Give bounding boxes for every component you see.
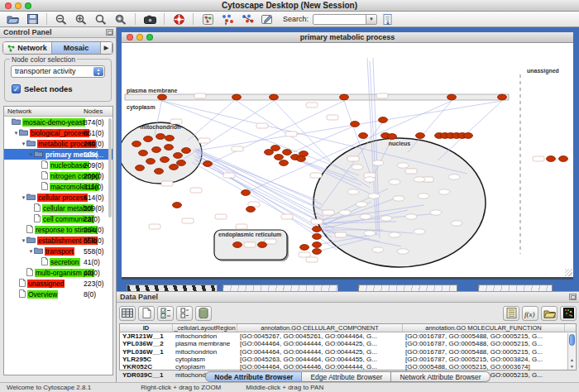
matrix-view-button[interactable]	[560, 306, 577, 321]
expander-icon[interactable]: ▼	[21, 195, 26, 200]
table-row[interactable]: YPL036W__2plasma membrane[GO:0044464, GO…	[120, 340, 576, 347]
snapshot-camera-button[interactable]	[141, 12, 159, 26]
expander-icon[interactable]: ▼	[21, 141, 26, 146]
zoom-in-button[interactable]	[72, 12, 90, 26]
column-header[interactable]: ID	[120, 324, 173, 332]
tree-row-mosaic-demo-yeast[interactable]: mosaic-demo-yeast874(0)	[4, 117, 112, 127]
svg-text:unassigned: unassigned	[527, 68, 559, 74]
unselect-attributes-button[interactable]	[176, 306, 193, 321]
table-scrollbar[interactable]: ▲ ▼	[567, 333, 575, 370]
tree-row-label: mosaic-demo-yeast	[22, 118, 85, 127]
file-icon	[41, 257, 48, 267]
zoom-selected-button[interactable]	[112, 12, 130, 26]
select-nodes-checkbox[interactable]: ✓	[12, 84, 21, 93]
tree-row-nodes-count: 8(0)	[84, 290, 96, 299]
zoom-fit-button[interactable]	[92, 12, 110, 26]
float-panel-icon[interactable]	[569, 294, 577, 300]
network-view-window[interactable]: primary metabolic process plasma membran…	[119, 30, 576, 282]
search-options-button[interactable]	[379, 12, 397, 26]
column-header[interactable]: annotation.GO CELLULAR_COMPONENT	[237, 324, 403, 332]
table-cell: plasma membrane	[173, 340, 237, 347]
tab-network[interactable]: Network	[3, 42, 52, 54]
expander-icon[interactable]: ▼	[28, 152, 34, 157]
expander-icon[interactable]: ▼	[28, 249, 34, 254]
attribute-batch-button[interactable]	[503, 306, 519, 321]
tree-row-establishment-of-lo[interactable]: ▼establishment of lo558(0)	[4, 235, 112, 246]
tree-row-cellular-process[interactable]: ▼cellular process614(0)	[4, 192, 112, 203]
function-builder-button[interactable]: f(x)	[522, 306, 538, 321]
expander-icon[interactable]: ▼	[13, 131, 19, 136]
network-window-titlebar[interactable]: primary metabolic process	[122, 32, 573, 43]
tree-row-response-to-stimulu[interactable]: response to stimulu264(0)	[4, 224, 112, 235]
tree-row-cellular-metabol[interactable]: cellular metabol209(0)	[4, 203, 112, 213]
tab-node-attribute-browser[interactable]: Node Attribute Browser	[205, 371, 302, 382]
table-row[interactable]: YJR121W__1mitochondrion[GO:0045267, GO:0…	[120, 332, 576, 340]
table-cell: mitochondrion	[173, 348, 237, 356]
file-icon	[19, 279, 26, 289]
tree-row-secretion[interactable]: secretion41(0)	[4, 256, 112, 267]
column-header[interactable]: annotation.GO MOLECULAR_FUNCTION	[403, 324, 565, 332]
scrollbar-thumb[interactable]	[569, 334, 575, 346]
layout-nodes-button[interactable]	[218, 12, 237, 26]
network-canvas[interactable]: plasma membranecytoplasmmitochondrionnuc…	[122, 43, 573, 277]
network-tree-header[interactable]: Network Nodes	[4, 107, 112, 117]
tree-row-cell-communicat[interactable]: cell communicat22(0)	[4, 213, 112, 224]
scroll-up-icon[interactable]: ▲	[568, 356, 576, 363]
float-panel-icon[interactable]	[106, 29, 113, 36]
select-attributes-button[interactable]	[157, 306, 174, 321]
node-color-dropdown[interactable]: transporter activity ▲▼	[11, 65, 105, 78]
tree-row-nodes-count: 558(0)	[84, 237, 104, 245]
column-header[interactable]: _cellularLayoutRegion	[173, 324, 237, 332]
attribute-table-header[interactable]: ID_cellularLayoutRegionannotation.GO CEL…	[120, 324, 576, 332]
background-window[interactable]	[478, 284, 553, 291]
scroll-down-icon[interactable]: ▼	[568, 363, 576, 370]
tab-edge-attribute-browser[interactable]: Edge Attribute Browser	[302, 371, 391, 382]
network-overview-button[interactable]	[199, 12, 217, 26]
tree-scrollbar[interactable]	[108, 118, 112, 218]
tab-network-attribute-browser[interactable]: Network Attribute Browser	[391, 371, 490, 382]
zoom-out-button[interactable]	[52, 12, 70, 26]
import-attributes-button[interactable]	[541, 306, 557, 321]
annotation-button[interactable]	[258, 12, 276, 26]
tree-row-metabolic-process[interactable]: ▼metabolic process280(0)	[4, 138, 112, 149]
node-color-selection-group: Node color selection transporter activit…	[4, 59, 112, 102]
search-input[interactable]: ▼	[313, 14, 377, 25]
tree-row-overview[interactable]: Overview8(0)	[4, 289, 112, 299]
file-icon	[26, 225, 33, 235]
tree-row-label: cellular process	[37, 194, 88, 202]
background-window[interactable]	[223, 284, 338, 291]
desktop-area: primary metabolic process plasma membran…	[117, 27, 579, 291]
tree-row-transport[interactable]: ▼transport558(0)	[4, 246, 112, 256]
tree-row-nodes-count: 209(0)	[84, 172, 104, 180]
table-row[interactable]: YKR052Ccytoplasm[GO:0044464, GO:0044446,…	[120, 363, 576, 370]
search-dropdown-icon[interactable]: ▼	[366, 15, 376, 24]
save-session-button[interactable]	[23, 12, 41, 26]
layout-edges-button[interactable]	[238, 12, 256, 26]
delete-attribute-button[interactable]	[195, 306, 212, 321]
tree-row-multi-organism-pro[interactable]: multi-organism pro42(0)	[4, 267, 112, 278]
tab-overflow-button[interactable]: ▶	[101, 42, 112, 54]
background-window[interactable]	[127, 284, 218, 291]
new-attribute-button[interactable]	[138, 306, 155, 321]
table-cell: cytoplasm	[173, 363, 237, 370]
table-cell: [GO:0045263, GO:0044464, GO:0044455, G..…	[237, 356, 403, 363]
help-lifering-button[interactable]	[170, 12, 188, 26]
table-row[interactable]: YLR295Ccytoplasm[GO:0045263, GO:0044464,…	[120, 356, 576, 363]
background-window[interactable]	[358, 284, 457, 291]
open-file-button[interactable]	[3, 12, 22, 26]
control-panel-tabs: NetworkMosaic▶	[2, 41, 113, 55]
tree-row-nitrogen-compo[interactable]: nitrogen compo209(0)	[4, 170, 112, 181]
tree-row-unassigned[interactable]: unassigned223(0)	[4, 278, 112, 289]
tree-row-nodes-count: 311(0)	[84, 183, 103, 191]
resize-grip-icon[interactable]	[565, 269, 572, 276]
tree-row-macromolecule[interactable]: macromolecule311(0)	[4, 181, 112, 192]
tree-row-nucleobase-[interactable]: nucleobase-209(0)	[4, 160, 112, 170]
tab-mosaic[interactable]: Mosaic	[52, 42, 101, 54]
expander-icon[interactable]: ▼	[21, 238, 26, 243]
attribute-grid-button[interactable]	[119, 306, 136, 321]
control-panel-title: Control Panel	[0, 27, 116, 38]
tree-row-primary-metabo[interactable]: ▼primary metabo209(...	[4, 149, 112, 160]
tree-row-biological-process[interactable]: ▼biological_process651(0)	[4, 127, 112, 138]
table-row[interactable]: YPL036W__1mitochondrion[GO:0044464, GO:0…	[120, 348, 576, 356]
toolbar-separator	[135, 13, 136, 25]
